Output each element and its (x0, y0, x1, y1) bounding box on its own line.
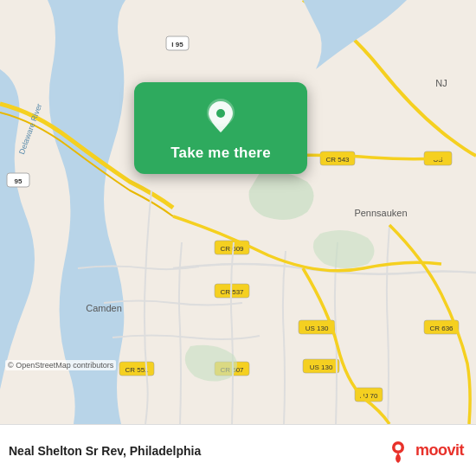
take-me-there-card[interactable]: Take me there (134, 82, 307, 174)
svg-point-33 (395, 444, 401, 450)
svg-text:Camden: Camden (86, 303, 122, 313)
moovit-icon (384, 437, 412, 465)
svg-text:95: 95 (15, 177, 23, 185)
bottom-bar: Neal Shelton Sr Rev, Philadelphia moovit (0, 424, 476, 476)
map-container: 95 I 95 CR 609 CR 537 CR 543 US 130 US 1… (0, 0, 476, 424)
svg-text:Pennsauken: Pennsauken (354, 208, 407, 218)
svg-text:NJ: NJ (435, 78, 447, 88)
moovit-logo: moovit (384, 437, 464, 465)
svg-text:CR 537: CR 537 (220, 288, 244, 296)
svg-text:US 130: US 130 (306, 325, 329, 332)
svg-point-31 (216, 109, 225, 118)
location-pin-icon (202, 98, 240, 136)
take-me-there-label: Take me there (170, 145, 271, 162)
moovit-text: moovit (415, 441, 464, 460)
place-name: Neal Shelton Sr Rev, Philadelphia (9, 444, 201, 458)
map-attribution: © OpenStreetMap contributors (5, 360, 116, 370)
svg-text:CR 636: CR 636 (429, 325, 453, 332)
svg-text:US 130: US 130 (310, 363, 333, 371)
svg-text:I 95: I 95 (171, 41, 183, 48)
